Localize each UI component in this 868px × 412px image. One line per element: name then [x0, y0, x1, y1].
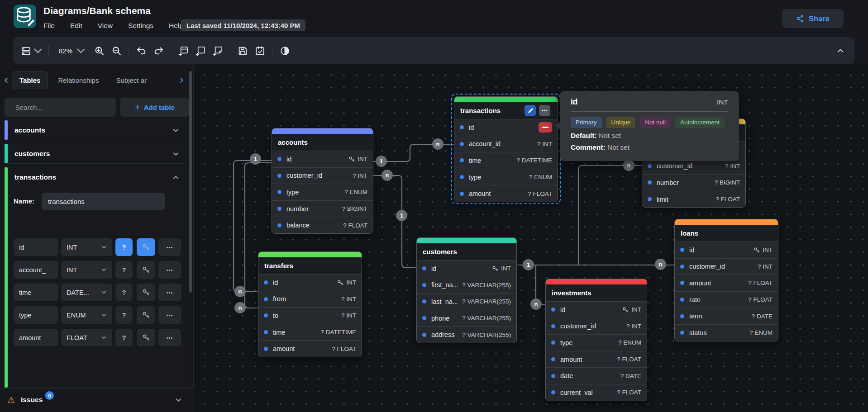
- tab-tables[interactable]: Tables: [12, 71, 48, 89]
- redo-button[interactable]: [152, 43, 165, 58]
- menu-settings[interactable]: Settings: [128, 22, 153, 30]
- zoom-in-button[interactable]: [92, 43, 106, 58]
- table-field-id[interactable]: idINT: [272, 151, 373, 167]
- field-name-input[interactable]: time: [14, 284, 58, 301]
- edit-table-button[interactable]: [525, 105, 536, 116]
- table-field-amount[interactable]: amount? FLOAT: [675, 275, 778, 291]
- table-field-amount[interactable]: amount? FLOAT: [454, 185, 558, 202]
- table-field-type[interactable]: type? ENUM: [546, 334, 647, 351]
- field-type-select[interactable]: DATE...: [61, 284, 112, 301]
- nullable-toggle[interactable]: ?: [115, 329, 133, 346]
- issues-bar[interactable]: ⚠ Issues 0: [0, 388, 194, 412]
- add-note-button[interactable]: [211, 43, 224, 58]
- delete-field-button[interactable]: [539, 122, 552, 133]
- sidebar-scrollbar[interactable]: [189, 71, 192, 293]
- table-field-id[interactable]: idINT: [258, 274, 362, 291]
- zoom-level-select[interactable]: 82%: [54, 43, 86, 58]
- search-input[interactable]: [15, 104, 105, 111]
- todo-button[interactable]: [253, 43, 267, 58]
- table-field-date[interactable]: date? DATE: [546, 367, 647, 384]
- table-field-rate[interactable]: rate? FLOAT: [675, 291, 778, 308]
- diagram-table-customers[interactable]: customersidINTfirst_na...? VARCHAR(255)l…: [416, 237, 517, 343]
- primary-key-toggle[interactable]: [137, 329, 155, 346]
- sidebar-item-customers[interactable]: customers: [5, 144, 186, 164]
- table-search[interactable]: [5, 98, 116, 117]
- field-type-select[interactable]: INT: [61, 261, 112, 279]
- table-field-id[interactable]: idINT: [675, 242, 778, 258]
- diagram-table-transactions[interactable]: transactions•••idaccount_id? INTtime? DA…: [454, 96, 558, 202]
- table-field-amount[interactable]: amount? FLOAT: [258, 340, 362, 357]
- table-field-to[interactable]: to? INT: [258, 307, 362, 324]
- zoom-out-button[interactable]: [110, 43, 123, 58]
- table-field-balance[interactable]: balance? FLOAT: [272, 217, 373, 233]
- add-table-button[interactable]: [176, 43, 190, 58]
- menu-view[interactable]: View: [98, 22, 113, 30]
- table-field-id[interactable]: idINT: [546, 301, 647, 318]
- share-button[interactable]: Share: [782, 9, 844, 28]
- tab-subject-ar[interactable]: Subject ar: [109, 72, 154, 89]
- diagram-canvas[interactable]: 1n1nnn11nnn accountsidINTcustomer_id? IN…: [194, 65, 868, 412]
- diagram-table-transfers[interactable]: transfersidINTfrom? INTto? INTtime? DATE…: [258, 251, 362, 357]
- tabs-scroll-left-button[interactable]: [0, 77, 12, 84]
- table-field-last-na[interactable]: last_na...? VARCHAR(255): [417, 293, 516, 310]
- table-field-time[interactable]: time? DATETIME: [258, 324, 362, 341]
- field-name-input[interactable]: account_: [14, 261, 58, 279]
- layout-view-button[interactable]: [21, 43, 43, 58]
- field-name-input[interactable]: amount: [14, 329, 58, 346]
- table-field-current-val[interactable]: current_val? FLOAT: [546, 384, 647, 401]
- add-area-button[interactable]: [194, 43, 207, 58]
- primary-key-toggle[interactable]: [137, 261, 155, 279]
- nullable-toggle[interactable]: ?: [115, 284, 133, 301]
- nullable-toggle[interactable]: ?: [115, 238, 133, 256]
- sidebar-item-transactions-header[interactable]: transactions: [5, 167, 186, 187]
- table-field-limit[interactable]: limit? FLOAT: [642, 191, 745, 208]
- table-field-customer-id[interactable]: customer_id? INT: [675, 258, 778, 275]
- table-field-amount[interactable]: amount? FLOAT: [546, 351, 647, 368]
- table-field-account-id[interactable]: account_id? INT: [454, 136, 558, 152]
- table-field-phone[interactable]: phone? VARCHAR(255): [417, 310, 516, 327]
- tab-relationships[interactable]: Relationships: [51, 72, 106, 89]
- table-field-id[interactable]: id: [454, 119, 558, 136]
- table-field-status[interactable]: status? ENUM: [675, 324, 778, 341]
- table-field-term[interactable]: term? DATE: [675, 308, 778, 324]
- field-type-select[interactable]: ENUM: [61, 306, 112, 324]
- field-more-button[interactable]: •••: [158, 284, 181, 301]
- table-field-time[interactable]: time? DATETIME: [454, 152, 558, 169]
- collapse-toolbar-button[interactable]: [834, 43, 847, 58]
- field-type-select[interactable]: INT: [61, 238, 112, 256]
- table-more-button[interactable]: •••: [539, 105, 550, 116]
- diagram-table-investments[interactable]: investmentsidINTcustomer_id? INTtype? EN…: [545, 279, 647, 401]
- table-field-type[interactable]: type? ENUM: [454, 169, 558, 185]
- nullable-toggle[interactable]: ?: [115, 261, 133, 279]
- menu-edit[interactable]: Edit: [70, 22, 82, 30]
- table-field-first-na[interactable]: first_na...? VARCHAR(255): [417, 277, 516, 294]
- nullable-toggle[interactable]: ?: [115, 306, 133, 324]
- field-type-select[interactable]: FLOAT: [61, 329, 112, 346]
- field-name-input[interactable]: type: [14, 306, 58, 324]
- primary-key-toggle[interactable]: [137, 306, 155, 324]
- menu-file[interactable]: File: [43, 22, 55, 30]
- app-logo[interactable]: [14, 5, 36, 28]
- field-name-input[interactable]: id: [14, 238, 58, 256]
- save-button[interactable]: [236, 43, 249, 58]
- field-more-button[interactable]: •••: [158, 329, 181, 346]
- primary-key-toggle[interactable]: [137, 284, 155, 301]
- sidebar-item-accounts[interactable]: accounts: [5, 120, 186, 140]
- undo-button[interactable]: [134, 43, 148, 58]
- diagram-table-accounts[interactable]: accountsidINTcustomer_id? INTtype? ENUMn…: [272, 128, 373, 234]
- field-more-button[interactable]: •••: [158, 261, 181, 279]
- table-field-address[interactable]: address? VARCHAR(255): [417, 326, 516, 343]
- primary-key-toggle[interactable]: [137, 238, 155, 256]
- theme-toggle-button[interactable]: [278, 43, 291, 58]
- add-table-sidebar-button[interactable]: + Add table: [120, 98, 189, 117]
- tabs-scroll-right-button[interactable]: [176, 77, 187, 84]
- table-field-type[interactable]: type? ENUM: [272, 184, 373, 200]
- table-field-customer-id[interactable]: customer_id? INT: [272, 167, 373, 184]
- field-more-button[interactable]: •••: [158, 238, 181, 256]
- table-field-number[interactable]: number? BIGINT: [642, 174, 745, 191]
- table-field-customer-id[interactable]: customer_id? INT: [546, 318, 647, 335]
- table-name-input[interactable]: [42, 193, 165, 210]
- diagram-table-loans[interactable]: loansidINTcustomer_id? INTamount? FLOATr…: [674, 219, 778, 341]
- table-field-id[interactable]: idINT: [417, 260, 516, 277]
- table-field-number[interactable]: number? BIGINT: [272, 200, 373, 217]
